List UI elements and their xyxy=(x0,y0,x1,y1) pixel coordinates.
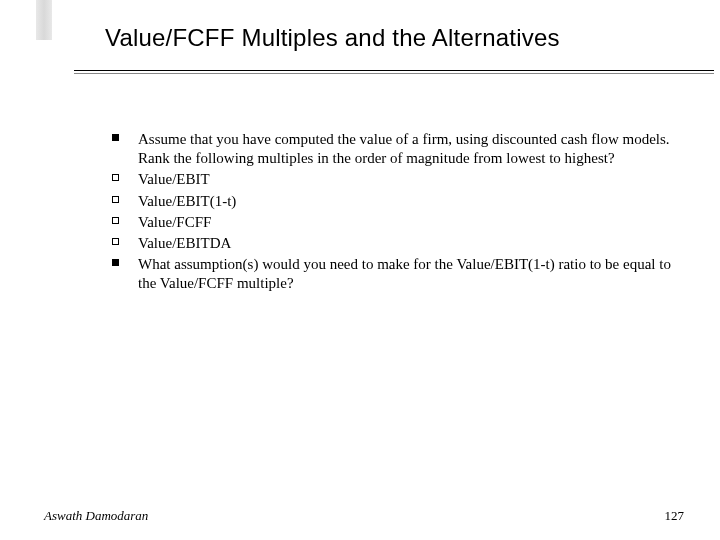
slide-title: Value/FCFF Multiples and the Alternative… xyxy=(105,24,560,52)
bullet-filled-icon xyxy=(112,130,138,168)
list-item-text: Value/FCFF xyxy=(138,213,672,232)
list-item-text: Value/EBITDA xyxy=(138,234,672,253)
bullet-filled-icon xyxy=(112,255,138,293)
title-rule-shadow xyxy=(74,73,714,74)
list-item: Value/EBITDA xyxy=(112,234,672,253)
bullet-open-icon xyxy=(112,170,138,189)
list-item-text: Assume that you have computed the value … xyxy=(138,130,672,168)
title-rule xyxy=(74,70,714,71)
content-block: Assume that you have computed the value … xyxy=(112,130,672,296)
bullet-open-icon xyxy=(112,192,138,211)
side-accent xyxy=(36,0,52,40)
list-item: Assume that you have computed the value … xyxy=(112,130,672,168)
list-item: Value/FCFF xyxy=(112,213,672,232)
bullet-open-icon xyxy=(112,234,138,253)
list-item: Value/EBIT xyxy=(112,170,672,189)
list-item-text: Value/EBIT xyxy=(138,170,672,189)
footer-page-number: 127 xyxy=(665,508,685,524)
list-item: Value/EBIT(1-t) xyxy=(112,192,672,211)
footer-author: Aswath Damodaran xyxy=(44,508,148,524)
bullet-open-icon xyxy=(112,213,138,232)
list-item-text: What assumption(s) would you need to mak… xyxy=(138,255,672,293)
slide: Value/FCFF Multiples and the Alternative… xyxy=(0,0,720,540)
list-item: What assumption(s) would you need to mak… xyxy=(112,255,672,293)
list-item-text: Value/EBIT(1-t) xyxy=(138,192,672,211)
